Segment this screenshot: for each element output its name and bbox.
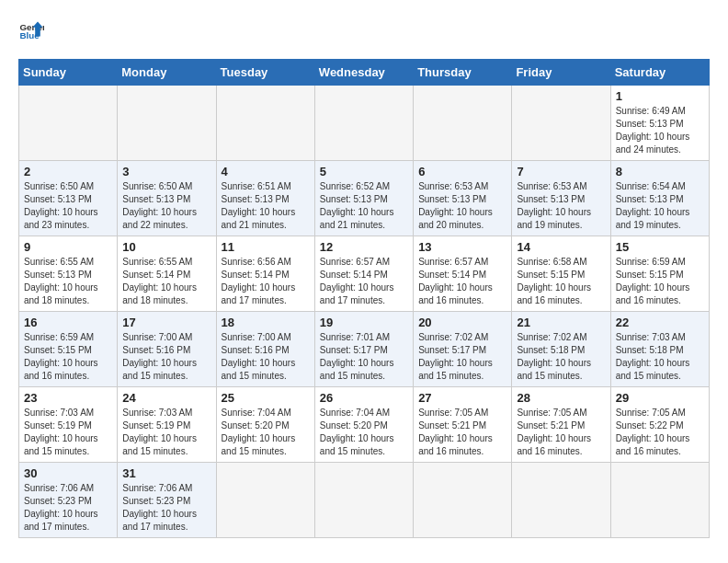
day-info: Sunrise: 7:05 AMSunset: 5:22 PMDaylight:…	[616, 407, 704, 458]
calendar-day-cell: 1Sunrise: 6:49 AMSunset: 5:13 PMDaylight…	[610, 86, 709, 161]
calendar-day-cell	[512, 86, 610, 161]
day-number: 17	[122, 316, 210, 329]
day-number: 30	[24, 466, 112, 480]
day-info: Sunrise: 7:03 AMSunset: 5:19 PMDaylight:…	[24, 407, 112, 458]
calendar-day-cell: 15Sunrise: 6:59 AMSunset: 5:15 PMDayligh…	[610, 236, 709, 312]
day-number: 11	[222, 240, 310, 254]
day-number: 25	[222, 391, 310, 405]
calendar-day-cell: 3Sunrise: 6:50 AMSunset: 5:13 PMDaylight…	[118, 161, 216, 236]
day-number: 15	[616, 240, 704, 254]
day-info: Sunrise: 7:06 AMSunset: 5:23 PMDaylight:…	[122, 482, 210, 534]
calendar-day-cell: 6Sunrise: 6:53 AMSunset: 5:13 PMDaylight…	[414, 161, 512, 236]
calendar-week-row: 1Sunrise: 6:49 AMSunset: 5:13 PMDaylight…	[19, 86, 710, 161]
calendar-day-cell: 26Sunrise: 7:04 AMSunset: 5:20 PMDayligh…	[314, 387, 413, 463]
day-info: Sunrise: 6:54 AMSunset: 5:13 PMDaylight:…	[616, 180, 704, 232]
day-of-week-header: Friday	[512, 60, 610, 86]
day-info: Sunrise: 6:50 AMSunset: 5:13 PMDaylight:…	[24, 180, 112, 232]
calendar-day-cell: 30Sunrise: 7:06 AMSunset: 5:23 PMDayligh…	[19, 463, 118, 538]
calendar-day-cell: 12Sunrise: 6:57 AMSunset: 5:14 PMDayligh…	[314, 236, 413, 312]
day-number: 13	[418, 240, 506, 254]
day-info: Sunrise: 7:04 AMSunset: 5:20 PMDaylight:…	[222, 407, 310, 458]
day-info: Sunrise: 6:49 AMSunset: 5:13 PMDaylight:…	[616, 105, 704, 156]
day-info: Sunrise: 7:04 AMSunset: 5:20 PMDaylight:…	[320, 407, 408, 458]
calendar-day-cell: 4Sunrise: 6:51 AMSunset: 5:13 PMDaylight…	[216, 161, 314, 236]
day-info: Sunrise: 7:05 AMSunset: 5:21 PMDaylight:…	[517, 407, 605, 458]
day-info: Sunrise: 7:00 AMSunset: 5:16 PMDaylight:…	[122, 331, 210, 383]
day-number: 28	[517, 391, 605, 405]
calendar-day-cell: 5Sunrise: 6:52 AMSunset: 5:13 PMDaylight…	[314, 161, 413, 236]
day-number: 9	[24, 240, 112, 254]
calendar-day-cell	[314, 86, 413, 161]
calendar-day-cell: 24Sunrise: 7:03 AMSunset: 5:19 PMDayligh…	[118, 387, 216, 463]
day-of-week-header: Monday	[118, 60, 216, 86]
calendar-day-cell	[19, 86, 118, 161]
day-info: Sunrise: 6:52 AMSunset: 5:13 PMDaylight:…	[320, 180, 408, 232]
calendar-week-row: 16Sunrise: 6:59 AMSunset: 5:15 PMDayligh…	[19, 312, 710, 387]
day-number: 20	[418, 316, 506, 329]
day-number: 5	[320, 165, 408, 178]
calendar-week-row: 30Sunrise: 7:06 AMSunset: 5:23 PMDayligh…	[19, 463, 710, 538]
day-number: 4	[222, 165, 310, 178]
logo-icon: General Blue	[18, 18, 44, 44]
day-number: 16	[24, 316, 112, 329]
day-info: Sunrise: 7:03 AMSunset: 5:18 PMDaylight:…	[616, 331, 704, 383]
calendar-day-cell: 29Sunrise: 7:05 AMSunset: 5:22 PMDayligh…	[610, 387, 709, 463]
day-info: Sunrise: 6:53 AMSunset: 5:13 PMDaylight:…	[418, 180, 506, 232]
calendar-day-cell: 16Sunrise: 6:59 AMSunset: 5:15 PMDayligh…	[19, 312, 118, 387]
day-info: Sunrise: 7:03 AMSunset: 5:19 PMDaylight:…	[122, 407, 210, 458]
day-info: Sunrise: 7:01 AMSunset: 5:17 PMDaylight:…	[320, 331, 408, 383]
calendar-day-cell	[216, 86, 314, 161]
calendar-day-cell: 31Sunrise: 7:06 AMSunset: 5:23 PMDayligh…	[118, 463, 216, 538]
calendar-day-cell: 17Sunrise: 7:00 AMSunset: 5:16 PMDayligh…	[118, 312, 216, 387]
day-info: Sunrise: 6:51 AMSunset: 5:13 PMDaylight:…	[222, 180, 310, 232]
calendar-day-cell: 21Sunrise: 7:02 AMSunset: 5:18 PMDayligh…	[512, 312, 610, 387]
day-number: 21	[517, 316, 605, 329]
day-info: Sunrise: 6:55 AMSunset: 5:14 PMDaylight:…	[122, 256, 210, 307]
calendar-day-cell: 28Sunrise: 7:05 AMSunset: 5:21 PMDayligh…	[512, 387, 610, 463]
day-number: 26	[320, 391, 408, 405]
calendar-table: SundayMondayTuesdayWednesdayThursdayFrid…	[18, 59, 710, 538]
day-number: 27	[418, 391, 506, 405]
day-number: 2	[24, 165, 112, 178]
day-info: Sunrise: 7:06 AMSunset: 5:23 PMDaylight:…	[24, 482, 112, 534]
day-of-week-header: Sunday	[19, 60, 118, 86]
day-info: Sunrise: 6:57 AMSunset: 5:14 PMDaylight:…	[418, 256, 506, 307]
day-number: 22	[616, 316, 704, 329]
day-number: 29	[616, 391, 704, 405]
calendar-week-row: 9Sunrise: 6:55 AMSunset: 5:13 PMDaylight…	[19, 236, 710, 312]
calendar-day-cell: 11Sunrise: 6:56 AMSunset: 5:14 PMDayligh…	[216, 236, 314, 312]
calendar-day-cell: 14Sunrise: 6:58 AMSunset: 5:15 PMDayligh…	[512, 236, 610, 312]
calendar-day-cell	[414, 86, 512, 161]
day-number: 12	[320, 240, 408, 254]
day-info: Sunrise: 6:59 AMSunset: 5:15 PMDaylight:…	[616, 256, 704, 307]
calendar-day-cell: 27Sunrise: 7:05 AMSunset: 5:21 PMDayligh…	[414, 387, 512, 463]
day-number: 23	[24, 391, 112, 405]
day-info: Sunrise: 6:59 AMSunset: 5:15 PMDaylight:…	[24, 331, 112, 383]
day-number: 3	[122, 165, 210, 178]
calendar-day-cell: 10Sunrise: 6:55 AMSunset: 5:14 PMDayligh…	[118, 236, 216, 312]
day-number: 18	[222, 316, 310, 329]
calendar-week-row: 2Sunrise: 6:50 AMSunset: 5:13 PMDaylight…	[19, 161, 710, 236]
day-number: 24	[122, 391, 210, 405]
calendar-day-cell	[512, 463, 610, 538]
calendar-day-cell: 20Sunrise: 7:02 AMSunset: 5:17 PMDayligh…	[414, 312, 512, 387]
logo: General Blue	[18, 18, 44, 44]
day-number: 19	[320, 316, 408, 329]
calendar-week-row: 23Sunrise: 7:03 AMSunset: 5:19 PMDayligh…	[19, 387, 710, 463]
day-of-week-header: Thursday	[414, 60, 512, 86]
day-info: Sunrise: 7:05 AMSunset: 5:21 PMDaylight:…	[418, 407, 506, 458]
day-info: Sunrise: 6:50 AMSunset: 5:13 PMDaylight:…	[122, 180, 210, 232]
calendar-day-cell	[118, 86, 216, 161]
day-of-week-header: Saturday	[610, 60, 709, 86]
calendar-day-cell	[414, 463, 512, 538]
day-number: 7	[517, 165, 605, 178]
calendar-day-cell: 19Sunrise: 7:01 AMSunset: 5:17 PMDayligh…	[314, 312, 413, 387]
page-header: General Blue	[18, 18, 710, 44]
day-of-week-header: Tuesday	[216, 60, 314, 86]
day-number: 31	[122, 466, 210, 480]
calendar-day-cell: 18Sunrise: 7:00 AMSunset: 5:16 PMDayligh…	[216, 312, 314, 387]
day-info: Sunrise: 6:53 AMSunset: 5:13 PMDaylight:…	[517, 180, 605, 232]
day-info: Sunrise: 6:56 AMSunset: 5:14 PMDaylight:…	[222, 256, 310, 307]
day-info: Sunrise: 6:57 AMSunset: 5:14 PMDaylight:…	[320, 256, 408, 307]
calendar-day-cell: 2Sunrise: 6:50 AMSunset: 5:13 PMDaylight…	[19, 161, 118, 236]
